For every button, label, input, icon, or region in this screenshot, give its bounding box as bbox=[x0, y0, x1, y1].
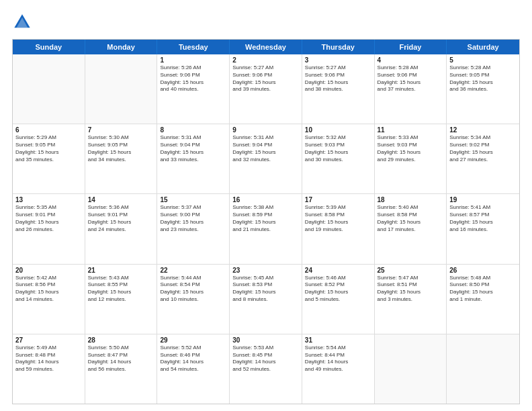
calendar-row: 1Sunrise: 5:26 AM Sunset: 9:06 PM Daylig… bbox=[13, 54, 519, 124]
day-number: 1 bbox=[160, 56, 226, 64]
day-number: 8 bbox=[160, 126, 226, 134]
day-number: 29 bbox=[160, 336, 226, 344]
day-number: 17 bbox=[305, 196, 371, 203]
day-number: 27 bbox=[15, 336, 82, 344]
calendar-cell bbox=[85, 54, 158, 124]
day-number: 13 bbox=[15, 196, 82, 203]
day-info: Sunrise: 5:33 AM Sunset: 9:03 PM Dayligh… bbox=[378, 134, 444, 163]
calendar-cell: 27Sunrise: 5:49 AM Sunset: 8:48 PM Dayli… bbox=[13, 334, 85, 404]
calendar-cell: 12Sunrise: 5:34 AM Sunset: 9:02 PM Dayli… bbox=[447, 124, 519, 193]
calendar-cell: 30Sunrise: 5:53 AM Sunset: 8:45 PM Dayli… bbox=[230, 334, 302, 404]
day-number: 14 bbox=[88, 196, 154, 203]
calendar-cell: 6Sunrise: 5:29 AM Sunset: 9:05 PM Daylig… bbox=[13, 124, 85, 193]
calendar-cell: 4Sunrise: 5:28 AM Sunset: 9:06 PM Daylig… bbox=[375, 54, 447, 124]
calendar-cell: 2Sunrise: 5:27 AM Sunset: 9:06 PM Daylig… bbox=[230, 54, 302, 124]
day-info: Sunrise: 5:31 AM Sunset: 9:04 PM Dayligh… bbox=[160, 134, 226, 163]
calendar-cell bbox=[13, 54, 85, 124]
weekday-header: Sunday bbox=[13, 40, 85, 54]
day-info: Sunrise: 5:37 AM Sunset: 9:00 PM Dayligh… bbox=[160, 204, 226, 233]
header bbox=[12, 12, 520, 32]
calendar-cell: 14Sunrise: 5:36 AM Sunset: 9:01 PM Dayli… bbox=[85, 194, 158, 263]
day-number: 30 bbox=[232, 336, 299, 344]
day-number: 31 bbox=[305, 336, 371, 344]
day-number: 4 bbox=[378, 56, 444, 64]
day-info: Sunrise: 5:40 AM Sunset: 8:58 PM Dayligh… bbox=[378, 204, 444, 233]
calendar-cell: 13Sunrise: 5:35 AM Sunset: 9:01 PM Dayli… bbox=[13, 194, 85, 263]
weekday-header: Wednesday bbox=[230, 40, 302, 54]
calendar-cell: 21Sunrise: 5:43 AM Sunset: 8:55 PM Dayli… bbox=[85, 265, 158, 334]
logo-icon bbox=[12, 12, 32, 32]
day-number: 16 bbox=[232, 196, 299, 203]
day-number: 2 bbox=[232, 56, 299, 64]
calendar-header: SundayMondayTuesdayWednesdayThursdayFrid… bbox=[13, 40, 519, 54]
calendar-cell: 8Sunrise: 5:31 AM Sunset: 9:04 PM Daylig… bbox=[157, 124, 230, 193]
weekday-header: Friday bbox=[375, 40, 447, 54]
day-number: 21 bbox=[88, 267, 154, 274]
calendar-cell: 10Sunrise: 5:32 AM Sunset: 9:03 PM Dayli… bbox=[302, 124, 375, 193]
calendar-row: 6Sunrise: 5:29 AM Sunset: 9:05 PM Daylig… bbox=[13, 124, 519, 194]
day-info: Sunrise: 5:47 AM Sunset: 8:51 PM Dayligh… bbox=[378, 275, 444, 304]
weekday-header: Tuesday bbox=[157, 40, 230, 54]
day-info: Sunrise: 5:54 AM Sunset: 8:44 PM Dayligh… bbox=[305, 345, 371, 373]
day-number: 6 bbox=[15, 126, 82, 134]
calendar-cell: 7Sunrise: 5:30 AM Sunset: 9:05 PM Daylig… bbox=[85, 124, 158, 193]
day-info: Sunrise: 5:32 AM Sunset: 9:03 PM Dayligh… bbox=[305, 134, 371, 163]
calendar-cell: 11Sunrise: 5:33 AM Sunset: 9:03 PM Dayli… bbox=[375, 124, 447, 193]
calendar-cell: 25Sunrise: 5:47 AM Sunset: 8:51 PM Dayli… bbox=[375, 265, 447, 334]
calendar-cell: 22Sunrise: 5:44 AM Sunset: 8:54 PM Dayli… bbox=[157, 265, 230, 334]
calendar-row: 20Sunrise: 5:42 AM Sunset: 8:56 PM Dayli… bbox=[13, 265, 519, 334]
day-info: Sunrise: 5:28 AM Sunset: 9:05 PM Dayligh… bbox=[449, 64, 517, 93]
day-info: Sunrise: 5:36 AM Sunset: 9:01 PM Dayligh… bbox=[88, 204, 154, 233]
calendar-cell: 15Sunrise: 5:37 AM Sunset: 9:00 PM Dayli… bbox=[157, 194, 230, 263]
day-number: 9 bbox=[232, 126, 299, 134]
calendar-cell: 9Sunrise: 5:31 AM Sunset: 9:04 PM Daylig… bbox=[230, 124, 302, 193]
calendar-cell: 18Sunrise: 5:40 AM Sunset: 8:58 PM Dayli… bbox=[375, 194, 447, 263]
day-info: Sunrise: 5:35 AM Sunset: 9:01 PM Dayligh… bbox=[15, 204, 82, 233]
day-number: 20 bbox=[15, 267, 82, 274]
day-info: Sunrise: 5:27 AM Sunset: 9:06 PM Dayligh… bbox=[305, 64, 371, 93]
day-info: Sunrise: 5:31 AM Sunset: 9:04 PM Dayligh… bbox=[232, 134, 299, 163]
calendar-cell: 1Sunrise: 5:26 AM Sunset: 9:06 PM Daylig… bbox=[157, 54, 230, 124]
day-info: Sunrise: 5:49 AM Sunset: 8:48 PM Dayligh… bbox=[15, 345, 82, 373]
calendar: SundayMondayTuesdayWednesdayThursdayFrid… bbox=[12, 39, 520, 404]
calendar-cell: 28Sunrise: 5:50 AM Sunset: 8:47 PM Dayli… bbox=[85, 334, 158, 404]
day-info: Sunrise: 5:27 AM Sunset: 9:06 PM Dayligh… bbox=[232, 64, 299, 93]
day-number: 11 bbox=[378, 126, 444, 134]
calendar-cell: 29Sunrise: 5:52 AM Sunset: 8:46 PM Dayli… bbox=[157, 334, 230, 404]
calendar-cell: 19Sunrise: 5:41 AM Sunset: 8:57 PM Dayli… bbox=[447, 194, 519, 263]
page: SundayMondayTuesdayWednesdayThursdayFrid… bbox=[0, 0, 532, 411]
day-info: Sunrise: 5:30 AM Sunset: 9:05 PM Dayligh… bbox=[88, 134, 154, 163]
day-number: 3 bbox=[305, 56, 371, 64]
calendar-cell: 5Sunrise: 5:28 AM Sunset: 9:05 PM Daylig… bbox=[447, 54, 519, 124]
day-info: Sunrise: 5:44 AM Sunset: 8:54 PM Dayligh… bbox=[160, 275, 226, 304]
day-number: 7 bbox=[88, 126, 154, 134]
day-info: Sunrise: 5:45 AM Sunset: 8:53 PM Dayligh… bbox=[232, 275, 299, 304]
day-number: 22 bbox=[160, 267, 226, 274]
calendar-cell: 23Sunrise: 5:45 AM Sunset: 8:53 PM Dayli… bbox=[230, 265, 302, 334]
weekday-header: Thursday bbox=[302, 40, 375, 54]
calendar-row: 13Sunrise: 5:35 AM Sunset: 9:01 PM Dayli… bbox=[13, 194, 519, 264]
day-info: Sunrise: 5:46 AM Sunset: 8:52 PM Dayligh… bbox=[305, 275, 371, 304]
day-number: 15 bbox=[160, 196, 226, 203]
day-number: 23 bbox=[232, 267, 299, 274]
calendar-cell bbox=[375, 334, 447, 404]
day-info: Sunrise: 5:53 AM Sunset: 8:45 PM Dayligh… bbox=[232, 345, 299, 373]
day-info: Sunrise: 5:41 AM Sunset: 8:57 PM Dayligh… bbox=[449, 204, 517, 233]
day-info: Sunrise: 5:26 AM Sunset: 9:06 PM Dayligh… bbox=[160, 64, 226, 93]
weekday-header: Monday bbox=[85, 40, 158, 54]
calendar-cell: 31Sunrise: 5:54 AM Sunset: 8:44 PM Dayli… bbox=[302, 334, 375, 404]
day-info: Sunrise: 5:39 AM Sunset: 8:58 PM Dayligh… bbox=[305, 204, 371, 233]
calendar-cell: 16Sunrise: 5:38 AM Sunset: 8:59 PM Dayli… bbox=[230, 194, 302, 263]
calendar-cell: 26Sunrise: 5:48 AM Sunset: 8:50 PM Dayli… bbox=[447, 265, 519, 334]
day-info: Sunrise: 5:34 AM Sunset: 9:02 PM Dayligh… bbox=[449, 134, 517, 163]
day-info: Sunrise: 5:50 AM Sunset: 8:47 PM Dayligh… bbox=[88, 345, 154, 373]
day-number: 5 bbox=[449, 56, 517, 64]
calendar-cell: 24Sunrise: 5:46 AM Sunset: 8:52 PM Dayli… bbox=[302, 265, 375, 334]
calendar-body: 1Sunrise: 5:26 AM Sunset: 9:06 PM Daylig… bbox=[13, 54, 519, 404]
day-number: 10 bbox=[305, 126, 371, 134]
day-info: Sunrise: 5:52 AM Sunset: 8:46 PM Dayligh… bbox=[160, 345, 226, 373]
day-number: 24 bbox=[305, 267, 371, 274]
logo bbox=[12, 12, 34, 32]
day-info: Sunrise: 5:38 AM Sunset: 8:59 PM Dayligh… bbox=[232, 204, 299, 233]
day-number: 12 bbox=[449, 126, 517, 134]
